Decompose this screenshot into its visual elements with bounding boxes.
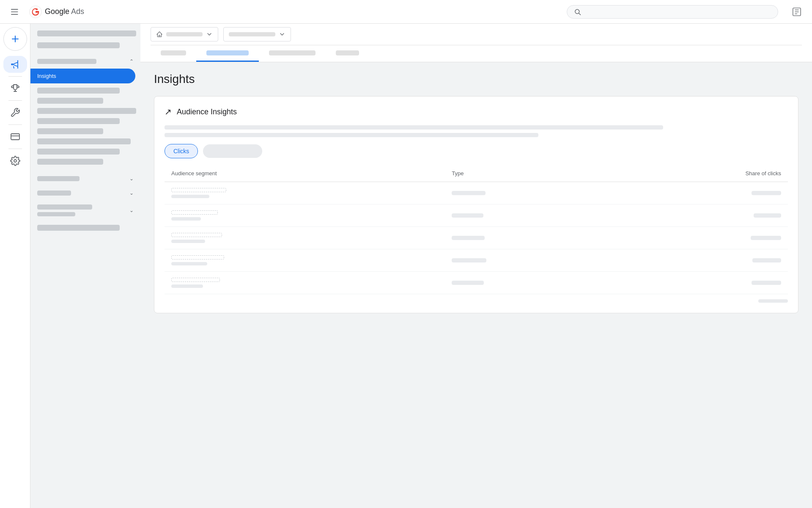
campaign-dropdown[interactable]: [151, 27, 218, 41]
logo: Google Ads: [29, 5, 84, 19]
tab-1[interactable]: [151, 45, 196, 62]
type-cell-1: [445, 182, 632, 204]
nav-skeleton-3: [37, 88, 120, 94]
help-button[interactable]: [788, 3, 805, 20]
subheader-top: [151, 24, 802, 45]
nav-skeleton-4: [37, 98, 103, 104]
share-cell-3: [632, 227, 788, 249]
table-row[interactable]: [165, 227, 788, 249]
nav-skeleton-2: [37, 42, 120, 48]
svg-rect-2: [11, 14, 18, 15]
nav-insights-label: Insights: [37, 73, 129, 79]
table-row[interactable]: [165, 249, 788, 272]
table-row[interactable]: [165, 204, 788, 227]
nav-section-campaigns[interactable]: ⌃: [30, 54, 140, 69]
tools-icon: [10, 108, 20, 118]
home-icon: [156, 31, 163, 38]
sidebar-item-goals[interactable]: [3, 80, 27, 97]
filter-row: Clicks: [165, 144, 788, 158]
svg-rect-1: [11, 11, 18, 12]
share-cell-4: [632, 249, 788, 272]
scroll-indicator-row: [165, 294, 788, 303]
tab-4[interactable]: [326, 45, 369, 62]
content-area: Insights ↗ Audience Insights Clicks: [140, 24, 812, 508]
tab-3[interactable]: [259, 45, 326, 62]
col-type-header: Type: [445, 165, 632, 182]
tab-4-label: [336, 50, 359, 55]
help-icon: [792, 7, 801, 17]
tab-2-label: [206, 50, 249, 55]
logo-label: Google Ads: [45, 7, 84, 16]
search-icon: [574, 8, 581, 16]
menu-icon: [11, 8, 19, 16]
chevron-down-icon-2: ⌄: [129, 190, 134, 196]
nav-sidebar: ⌃ Insights ⌄ ⌄ ⌄: [30, 24, 140, 508]
nav-section-2[interactable]: ⌄: [30, 171, 140, 186]
sidebar-item-billing[interactable]: [3, 128, 27, 145]
nav-section-4[interactable]: ⌄: [30, 200, 140, 221]
trend-icon: ↗: [165, 107, 172, 117]
nav-skeleton-5: [37, 108, 136, 114]
date-dropdown[interactable]: [223, 27, 291, 41]
google-ads-logo: [29, 5, 42, 19]
plus-icon: [10, 34, 20, 44]
sidebar-item-tools[interactable]: [3, 104, 27, 121]
billing-icon: [10, 132, 20, 142]
create-button[interactable]: [3, 27, 27, 51]
audience-cell-5: [165, 272, 445, 294]
control-skeleton-1: [165, 125, 663, 130]
nav-skeleton-8: [37, 138, 131, 144]
sidebar-divider-1: [8, 76, 22, 77]
tab-2[interactable]: [196, 45, 259, 62]
type-cell-4: [445, 249, 632, 272]
table-row[interactable]: [165, 182, 788, 204]
sidebar-divider-3: [8, 124, 22, 125]
chevron-up-icon: ⌃: [129, 58, 134, 64]
sidebar-item-campaigns[interactable]: [3, 56, 27, 73]
table-row[interactable]: [165, 272, 788, 294]
svg-point-14: [14, 160, 16, 162]
tab-3-label: [269, 50, 315, 55]
nav-skeleton-6: [37, 118, 120, 124]
tab-1-label: [161, 50, 186, 55]
search-bar[interactable]: [567, 5, 778, 19]
nav-skeleton-10: [37, 159, 103, 165]
audience-cell-3: [165, 227, 445, 249]
share-cell-2: [632, 204, 788, 227]
chevron-down-icon-dropdown1: [206, 31, 213, 38]
settings-icon: [10, 156, 20, 166]
nav-skeleton-1: [37, 30, 136, 36]
scroll-indicator: [758, 299, 788, 303]
card-title: Audience Insights: [177, 108, 237, 116]
type-cell-5: [445, 272, 632, 294]
nav-skeleton-7: [37, 128, 103, 134]
ai-controls: [165, 125, 788, 137]
audience-table: Audience segment Type Share of clicks: [165, 165, 788, 294]
main-content: Insights ↗ Audience Insights Clicks: [140, 62, 812, 334]
header-actions: [788, 3, 805, 20]
nav-item-insights[interactable]: Insights: [30, 69, 135, 83]
nav-section-3[interactable]: ⌄: [30, 186, 140, 200]
sidebar-item-settings[interactable]: [3, 152, 27, 169]
trophy-icon: [10, 83, 20, 94]
app-body: ⌃ Insights ⌄ ⌄ ⌄: [0, 24, 812, 508]
nav-skeleton-9: [37, 149, 120, 155]
subheader-tabs: [151, 45, 802, 62]
app-header: Google Ads: [0, 0, 812, 24]
filter-skeleton: [203, 144, 262, 158]
clicks-filter-button[interactable]: Clicks: [165, 144, 198, 158]
megaphone-icon: [10, 59, 20, 69]
chevron-down-icon-dropdown2: [279, 31, 285, 38]
audience-cell-4: [165, 249, 445, 272]
col-share-header: Share of clicks: [632, 165, 788, 182]
svg-line-5: [579, 13, 581, 15]
svg-rect-12: [11, 134, 19, 140]
control-skeleton-2: [165, 133, 538, 137]
audience-cell-2: [165, 204, 445, 227]
search-input[interactable]: [584, 8, 771, 15]
share-cell-1: [632, 182, 788, 204]
hamburger-button[interactable]: [7, 3, 24, 20]
chevron-down-icon-3: ⌄: [129, 207, 134, 213]
audience-cell-1: [165, 182, 445, 204]
svg-rect-0: [11, 9, 18, 10]
